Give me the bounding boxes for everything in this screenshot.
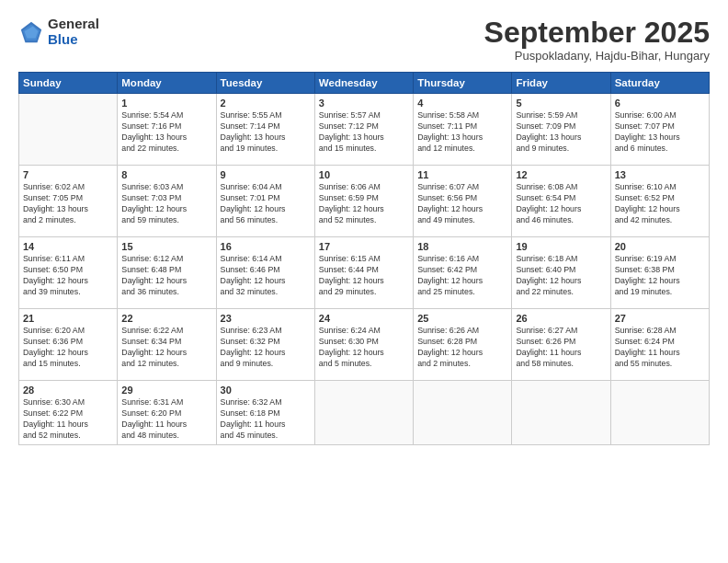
day-cell: 9Sunrise: 6:04 AM Sunset: 7:01 PM Daylig… bbox=[216, 166, 314, 237]
day-number: 4 bbox=[417, 98, 507, 109]
day-info: Sunrise: 6:32 AM Sunset: 6:18 PM Dayligh… bbox=[221, 397, 311, 442]
day-cell: 3Sunrise: 5:57 AM Sunset: 7:12 PM Daylig… bbox=[314, 94, 413, 166]
day-info: Sunrise: 6:28 AM Sunset: 6:24 PM Dayligh… bbox=[615, 326, 705, 370]
day-cell: 29Sunrise: 6:31 AM Sunset: 6:20 PM Dayli… bbox=[118, 381, 216, 445]
day-cell: 6Sunrise: 6:00 AM Sunset: 7:07 PM Daylig… bbox=[610, 94, 709, 166]
week-row-2: 7Sunrise: 6:02 AM Sunset: 7:05 PM Daylig… bbox=[19, 166, 710, 237]
day-info: Sunrise: 6:14 AM Sunset: 6:46 PM Dayligh… bbox=[221, 254, 311, 298]
day-info: Sunrise: 6:00 AM Sunset: 7:07 PM Dayligh… bbox=[615, 110, 705, 155]
title-block: September 2025 Puspokladany, Hajdu-Bihar… bbox=[484, 17, 710, 63]
day-cell: 20Sunrise: 6:19 AM Sunset: 6:38 PM Dayli… bbox=[610, 237, 709, 309]
calendar-body: 1Sunrise: 5:54 AM Sunset: 7:16 PM Daylig… bbox=[19, 94, 710, 445]
month-title: September 2025 bbox=[484, 17, 710, 49]
day-cell: 12Sunrise: 6:08 AM Sunset: 6:54 PM Dayli… bbox=[512, 166, 610, 237]
day-number: 23 bbox=[221, 313, 311, 324]
day-info: Sunrise: 6:20 AM Sunset: 6:36 PM Dayligh… bbox=[23, 326, 113, 370]
day-number: 22 bbox=[121, 313, 211, 324]
day-cell: 19Sunrise: 6:18 AM Sunset: 6:40 PM Dayli… bbox=[512, 237, 610, 309]
col-friday: Friday bbox=[512, 73, 610, 94]
day-number: 20 bbox=[615, 241, 705, 252]
day-number: 26 bbox=[516, 313, 606, 324]
day-number: 29 bbox=[121, 385, 211, 396]
day-info: Sunrise: 6:07 AM Sunset: 6:56 PM Dayligh… bbox=[417, 182, 507, 226]
logo: General Blue bbox=[18, 17, 99, 47]
day-number: 27 bbox=[615, 313, 705, 324]
day-cell: 10Sunrise: 6:06 AM Sunset: 6:59 PM Dayli… bbox=[314, 166, 413, 237]
day-number: 10 bbox=[319, 169, 409, 180]
week-row-3: 14Sunrise: 6:11 AM Sunset: 6:50 PM Dayli… bbox=[19, 237, 710, 309]
day-info: Sunrise: 5:59 AM Sunset: 7:09 PM Dayligh… bbox=[516, 110, 606, 155]
day-cell: 26Sunrise: 6:27 AM Sunset: 6:26 PM Dayli… bbox=[512, 309, 610, 381]
day-info: Sunrise: 6:10 AM Sunset: 6:52 PM Dayligh… bbox=[615, 182, 705, 226]
day-number: 7 bbox=[23, 169, 113, 180]
day-number: 19 bbox=[516, 241, 606, 252]
day-info: Sunrise: 6:08 AM Sunset: 6:54 PM Dayligh… bbox=[516, 182, 606, 226]
day-cell: 25Sunrise: 6:26 AM Sunset: 6:28 PM Dayli… bbox=[414, 309, 512, 381]
day-number: 24 bbox=[319, 313, 409, 324]
day-number: 18 bbox=[417, 241, 507, 252]
day-cell: 21Sunrise: 6:20 AM Sunset: 6:36 PM Dayli… bbox=[19, 309, 118, 381]
col-saturday: Saturday bbox=[610, 73, 709, 94]
day-number: 6 bbox=[615, 98, 705, 109]
day-info: Sunrise: 6:02 AM Sunset: 7:05 PM Dayligh… bbox=[23, 182, 113, 226]
day-cell: 17Sunrise: 6:15 AM Sunset: 6:44 PM Dayli… bbox=[314, 237, 413, 309]
day-cell: 18Sunrise: 6:16 AM Sunset: 6:42 PM Dayli… bbox=[414, 237, 512, 309]
week-row-1: 1Sunrise: 5:54 AM Sunset: 7:16 PM Daylig… bbox=[19, 94, 710, 166]
page: General Blue September 2025 Puspokladany… bbox=[0, 0, 728, 563]
day-info: Sunrise: 6:06 AM Sunset: 6:59 PM Dayligh… bbox=[319, 182, 409, 226]
day-info: Sunrise: 6:18 AM Sunset: 6:40 PM Dayligh… bbox=[516, 254, 606, 298]
day-info: Sunrise: 5:58 AM Sunset: 7:11 PM Dayligh… bbox=[417, 110, 507, 155]
day-cell: 8Sunrise: 6:03 AM Sunset: 7:03 PM Daylig… bbox=[118, 166, 216, 237]
col-thursday: Thursday bbox=[414, 73, 512, 94]
day-cell: 28Sunrise: 6:30 AM Sunset: 6:22 PM Dayli… bbox=[19, 381, 118, 445]
day-cell: 14Sunrise: 6:11 AM Sunset: 6:50 PM Dayli… bbox=[19, 237, 118, 309]
col-wednesday: Wednesday bbox=[314, 73, 413, 94]
day-info: Sunrise: 6:22 AM Sunset: 6:34 PM Dayligh… bbox=[121, 326, 211, 370]
logo-blue: Blue bbox=[48, 32, 99, 48]
logo-icon bbox=[18, 19, 44, 45]
location: Puspokladany, Hajdu-Bihar, Hungary bbox=[484, 49, 710, 63]
day-cell bbox=[414, 381, 512, 445]
day-cell bbox=[512, 381, 610, 445]
day-info: Sunrise: 6:26 AM Sunset: 6:28 PM Dayligh… bbox=[417, 326, 507, 370]
day-info: Sunrise: 6:23 AM Sunset: 6:32 PM Dayligh… bbox=[221, 326, 311, 370]
day-cell: 27Sunrise: 6:28 AM Sunset: 6:24 PM Dayli… bbox=[610, 309, 709, 381]
day-info: Sunrise: 5:54 AM Sunset: 7:16 PM Dayligh… bbox=[121, 110, 211, 155]
day-cell bbox=[19, 94, 118, 166]
day-cell bbox=[314, 381, 413, 445]
day-cell: 23Sunrise: 6:23 AM Sunset: 6:32 PM Dayli… bbox=[216, 309, 314, 381]
day-number: 15 bbox=[121, 241, 211, 252]
day-cell: 15Sunrise: 6:12 AM Sunset: 6:48 PM Dayli… bbox=[118, 237, 216, 309]
day-number: 14 bbox=[23, 241, 113, 252]
calendar-table: Sunday Monday Tuesday Wednesday Thursday… bbox=[18, 72, 710, 445]
col-sunday: Sunday bbox=[19, 73, 118, 94]
day-info: Sunrise: 6:04 AM Sunset: 7:01 PM Dayligh… bbox=[221, 182, 311, 226]
day-info: Sunrise: 6:30 AM Sunset: 6:22 PM Dayligh… bbox=[23, 397, 113, 442]
day-cell: 22Sunrise: 6:22 AM Sunset: 6:34 PM Dayli… bbox=[118, 309, 216, 381]
day-number: 12 bbox=[516, 169, 606, 180]
day-number: 11 bbox=[417, 169, 507, 180]
day-cell: 1Sunrise: 5:54 AM Sunset: 7:16 PM Daylig… bbox=[118, 94, 216, 166]
day-info: Sunrise: 6:27 AM Sunset: 6:26 PM Dayligh… bbox=[516, 326, 606, 370]
day-number: 9 bbox=[221, 169, 311, 180]
calendar-header: Sunday Monday Tuesday Wednesday Thursday… bbox=[19, 73, 710, 94]
day-cell: 5Sunrise: 5:59 AM Sunset: 7:09 PM Daylig… bbox=[512, 94, 610, 166]
day-cell: 7Sunrise: 6:02 AM Sunset: 7:05 PM Daylig… bbox=[19, 166, 118, 237]
col-monday: Monday bbox=[118, 73, 216, 94]
logo-general: General bbox=[48, 17, 99, 32]
week-row-5: 28Sunrise: 6:30 AM Sunset: 6:22 PM Dayli… bbox=[19, 381, 710, 445]
day-cell bbox=[610, 381, 709, 445]
week-row-4: 21Sunrise: 6:20 AM Sunset: 6:36 PM Dayli… bbox=[19, 309, 710, 381]
logo-text: General Blue bbox=[48, 17, 99, 47]
day-info: Sunrise: 6:12 AM Sunset: 6:48 PM Dayligh… bbox=[121, 254, 211, 298]
day-number: 21 bbox=[23, 313, 113, 324]
day-cell: 13Sunrise: 6:10 AM Sunset: 6:52 PM Dayli… bbox=[610, 166, 709, 237]
day-info: Sunrise: 6:16 AM Sunset: 6:42 PM Dayligh… bbox=[417, 254, 507, 298]
header: General Blue September 2025 Puspokladany… bbox=[18, 17, 710, 63]
day-number: 3 bbox=[319, 98, 409, 109]
day-number: 1 bbox=[121, 98, 211, 109]
day-info: Sunrise: 5:55 AM Sunset: 7:14 PM Dayligh… bbox=[221, 110, 311, 155]
day-number: 30 bbox=[221, 385, 311, 396]
day-number: 16 bbox=[221, 241, 311, 252]
day-number: 13 bbox=[615, 169, 705, 180]
